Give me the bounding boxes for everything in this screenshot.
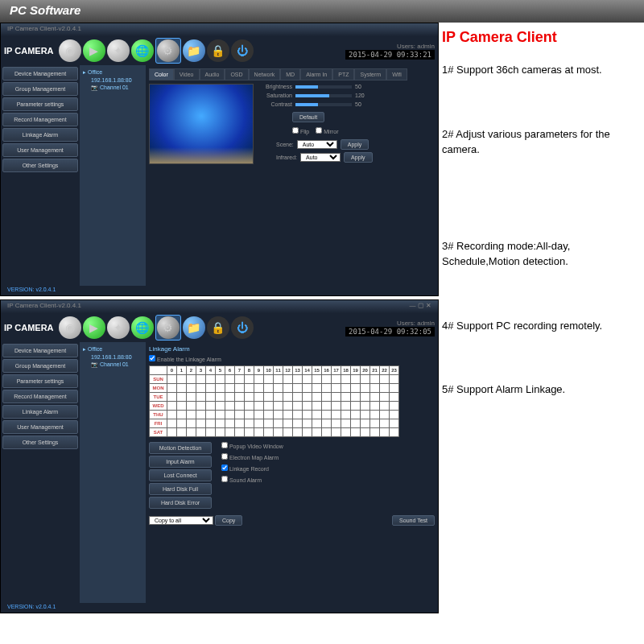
map-check[interactable]: Electron Map Alarm	[221, 453, 283, 460]
schedule-table[interactable]: 01234567891011121314151617181920212223 S…	[149, 365, 399, 437]
toolbar: IP CAMERA ◉ ▶ ✦ 🌐 ⚙ 📁 🔒 ⏻ Users: admin 2…	[1, 313, 438, 342]
folder-icon[interactable]: 📁	[183, 39, 205, 62]
tab-system[interactable]: Systerm	[354, 68, 386, 80]
toolbar: IP CAMERA ◉ ▶ ✦ 🌐 ⚙ 📁 🔒 ⏻ Users: admin 2…	[1, 36, 438, 65]
lost-connect-btn[interactable]: Lost Connect	[149, 469, 212, 481]
sidebar-item-record[interactable]: Record Management	[2, 390, 78, 403]
scene-select[interactable]: Auto	[297, 140, 337, 149]
tree-root[interactable]: ▸ Office	[83, 345, 142, 353]
camera-icon[interactable]: ◉	[59, 39, 81, 62]
sidebar-item-group[interactable]: Group Management	[2, 359, 78, 373]
tree-channel[interactable]: 📷 Channel 01	[83, 361, 142, 369]
default-button[interactable]: Default	[292, 112, 324, 122]
page-header: PC Software	[0, 0, 644, 23]
tree-ip[interactable]: 192.168.1.88:80	[83, 76, 142, 84]
app-logo: IP CAMERA	[4, 323, 54, 332]
sidebar-item-user[interactable]: User Management	[2, 420, 78, 434]
app-body: Device Management Group Management Param…	[1, 342, 438, 603]
infrared-select[interactable]: Auto	[300, 153, 341, 162]
tab-md[interactable]: MD	[280, 68, 300, 80]
tab-color[interactable]: Color	[149, 68, 174, 80]
contrast-slider[interactable]	[295, 103, 352, 106]
globe-icon[interactable]: 🌐	[131, 316, 154, 339]
saturation-slider[interactable]	[295, 94, 352, 97]
feature-5: 5# Support Alarm Linkage.	[442, 382, 641, 398]
content-panel: Color Video Audio OSD Network MD Alarm I…	[146, 65, 438, 286]
motion-detection-btn[interactable]: Motion Detection	[149, 442, 212, 454]
status-area: Users: admin 2015-04-29 09:32:05	[345, 320, 435, 336]
tab-wifi[interactable]: Wifi	[386, 68, 407, 80]
folder-icon[interactable]: 📁	[183, 316, 205, 339]
tab-alarm-in[interactable]: Alarm In	[300, 68, 332, 80]
alarm-buttons: Motion Detection Input Alarm Lost Connec…	[149, 442, 212, 509]
sidebar-item-user[interactable]: User Management	[2, 143, 78, 157]
play-icon[interactable]: ▶	[83, 316, 105, 339]
sidebar-item-other[interactable]: Other Settings	[2, 159, 78, 172]
sidebar-item-parameter[interactable]: Parameter settings	[2, 97, 78, 111]
camera-icon[interactable]: ◉	[59, 316, 81, 339]
window-controls[interactable]: — ▢ ✕	[410, 302, 431, 312]
sidebar-item-linkage[interactable]: Linkage Alarm	[2, 128, 78, 142]
power-icon[interactable]: ⏻	[231, 39, 254, 62]
brightness-slider[interactable]	[295, 85, 352, 89]
tab-audio[interactable]: Audio	[200, 68, 225, 80]
lock-icon[interactable]: 🔒	[207, 316, 229, 339]
play-icon[interactable]: ▶	[83, 39, 105, 62]
compass-icon[interactable]: ✦	[107, 316, 130, 339]
input-alarm-btn[interactable]: Input Alarm	[149, 456, 212, 468]
tab-network[interactable]: Network	[249, 68, 281, 80]
sidebar-item-other[interactable]: Other Settings	[2, 436, 78, 449]
saturation-label: Saturation	[260, 93, 292, 98]
scene-apply[interactable]: Apply	[341, 139, 369, 150]
linkage-title: Linkage Alarm	[149, 345, 435, 353]
power-icon[interactable]: ⏻	[231, 316, 254, 339]
alarm-checks: Popup Video Window Electron Map Alarm Li…	[221, 442, 283, 509]
tree-root[interactable]: ▸ Office	[83, 68, 142, 76]
tab-ptz[interactable]: PTZ	[332, 68, 354, 80]
infrared-apply[interactable]: Apply	[344, 152, 373, 163]
popup-check[interactable]: Popup Video Window	[221, 442, 283, 449]
contrast-label: Contrast	[260, 101, 292, 107]
sidebar-item-linkage[interactable]: Linkage Alarm	[2, 405, 78, 419]
device-tree: ▸ Office 192.168.1.88:80 📷 Channel 01	[80, 342, 146, 603]
titlebar-text: IP Camera Client-v2.0.4.1	[7, 25, 81, 35]
tab-video[interactable]: Video	[174, 68, 200, 80]
sliders-panel: Brightness 50 Saturation 120 Contrast	[260, 84, 435, 165]
lock-icon[interactable]: 🔒	[207, 39, 229, 62]
tree-ip[interactable]: 192.168.1.88:80	[83, 353, 142, 361]
user-label: Users: admin	[345, 43, 435, 50]
compass-icon[interactable]: ✦	[107, 39, 130, 62]
sound-test-button[interactable]: Sound Test	[392, 515, 435, 526]
header-title: PC Software	[10, 3, 80, 17]
tree-channel[interactable]: 📷 Channel 01	[83, 84, 142, 92]
sound-alarm-check[interactable]: Sound Alarm	[221, 476, 283, 483]
copy-select[interactable]: Copy to all	[149, 516, 213, 525]
hard-disk-full-btn[interactable]: Hard Disk Full	[149, 483, 212, 495]
contrast-row: Contrast 50	[260, 101, 435, 107]
tabs: Color Video Audio OSD Network MD Alarm I…	[149, 68, 435, 80]
gear-icon[interactable]: ⚙	[157, 39, 180, 62]
sidebar-item-parameter[interactable]: Parameter settings	[2, 374, 78, 388]
status-area: Users: admin 2015-04-29 09:33:21	[345, 43, 435, 60]
preview-area: Brightness 50 Saturation 120 Contrast	[149, 84, 435, 165]
sidebar: Device Management Group Management Param…	[1, 65, 80, 286]
sidebar-item-device[interactable]: Device Management	[2, 67, 78, 80]
sidebar-item-group[interactable]: Group Management	[2, 82, 78, 96]
globe-icon[interactable]: 🌐	[131, 39, 154, 62]
linkage-record-check[interactable]: Linkage Record	[221, 464, 283, 472]
copy-button[interactable]: Copy	[215, 515, 242, 526]
sidebar-item-device[interactable]: Device Management	[2, 344, 78, 357]
hard-disk-error-btn[interactable]: Hard Disk Error	[149, 497, 212, 509]
saturation-row: Saturation 120	[260, 93, 435, 98]
sidebar-item-record[interactable]: Record Management	[2, 113, 78, 126]
settings-group-selected: ⚙	[155, 38, 181, 64]
main-container: IP Camera Client-v2.0.4.1 IP CAMERA ◉ ▶ …	[0, 23, 644, 644]
tab-osd[interactable]: OSD	[225, 68, 248, 80]
titlebar: IP Camera Client-v2.0.4.1 — ▢ ✕	[1, 300, 438, 313]
gear-icon[interactable]: ⚙	[157, 316, 180, 339]
mirror-check[interactable]: Mirror	[316, 127, 338, 134]
scene-label: Scene:	[276, 142, 294, 147]
flip-check[interactable]: Flip	[292, 127, 309, 134]
enable-linkage-check[interactable]: Enable the Linkage Alarm	[149, 357, 221, 362]
brightness-row: Brightness 50	[260, 84, 435, 89]
